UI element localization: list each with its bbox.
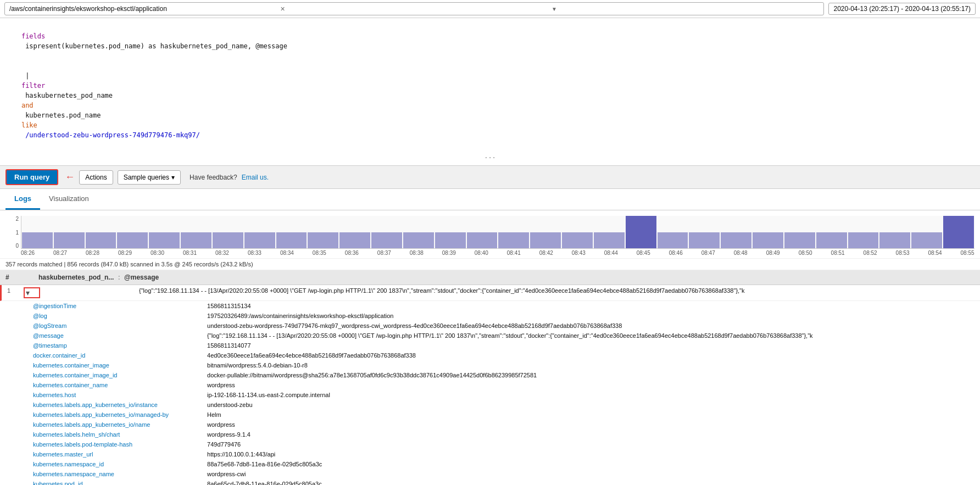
detail-value: 749d779476	[174, 439, 980, 449]
close-log-group-icon[interactable]: ×	[281, 4, 549, 13]
detail-value: understood-zebu	[174, 400, 980, 410]
detail-value: 8a6e65cd-7db8-11ea-816e-029d5c805a3c	[174, 479, 980, 485]
table-row[interactable]: 1 ▾ {"log":"192.168.11.134 - - [13/Apr/2…	[0, 285, 980, 301]
detail-row[interactable]: kubernetes.labels.app_kubernetes_io/inst…	[0, 400, 980, 410]
tab-visualization[interactable]: Visualization	[40, 189, 98, 210]
chart-x-label: 08:32	[215, 250, 229, 256]
detail-key: kubernetes.labels.pod-template-hash	[0, 439, 174, 449]
detail-value: understood-zebu-wordpress-749d779476-mkq…	[174, 321, 980, 331]
chart-bar	[626, 216, 656, 248]
chart-bar	[658, 232, 688, 249]
detail-key: @message	[0, 331, 174, 341]
detail-row[interactable]: @log197520326489:/aws/containerinsights/…	[0, 311, 980, 321]
chart-bar	[784, 232, 815, 249]
sample-queries-chevron-icon: ▾	[171, 174, 175, 181]
chart-x-label: 08:55	[961, 250, 975, 256]
detail-key: kubernetes.pod_id	[0, 479, 174, 485]
detail-row[interactable]: kubernetes.container_image_iddocker-pull…	[0, 370, 980, 380]
chart-bar	[562, 232, 593, 249]
chart-x-label: 08:27	[53, 250, 67, 256]
chart-bar	[276, 232, 307, 249]
more-rows-indicator[interactable]: ...	[5, 150, 975, 162]
chart-bar	[721, 232, 751, 249]
log-group-selector[interactable]: /aws/containerinsights/eksworkshop-eksct…	[4, 2, 824, 15]
keyword-like: like	[21, 121, 37, 129]
detail-key: kubernetes.host	[0, 390, 174, 400]
chart-x-label: 08:51	[831, 250, 845, 256]
chart-bar	[244, 232, 275, 249]
detail-row[interactable]: @timestamp1586811314077	[0, 341, 980, 350]
detail-row[interactable]: kubernetes.namespace_namewordpress-cwi	[0, 469, 980, 479]
query-line-2: | filter haskubernetes_pod_name and kube…	[5, 61, 975, 150]
detail-key: kubernetes.master_url	[0, 449, 174, 459]
detail-key: kubernetes.container_name	[0, 380, 174, 390]
detail-row[interactable]: kubernetes.hostip-192-168-11-134.us-east…	[0, 390, 980, 400]
query-line-1: fields ispresent(kubernetes.pod_name) as…	[5, 21, 975, 61]
chart-bar	[943, 216, 974, 248]
keyword-fields: fields	[21, 32, 45, 40]
chart-bar	[530, 232, 561, 249]
detail-row[interactable]: kubernetes.namespace_id88a75e68-7db8-11e…	[0, 459, 980, 469]
chart-x-label: 08:35	[313, 250, 326, 256]
col-hash-header: #	[5, 274, 22, 281]
detail-row[interactable]: kubernetes.container_namewordpress	[0, 380, 980, 390]
chart-bar	[339, 232, 370, 249]
detail-row[interactable]: kubernetes.labels.pod-template-hash749d7…	[0, 439, 980, 449]
chart-x-label: 08:53	[896, 250, 910, 256]
date-range-selector[interactable]: 2020-04-13 (20:25:17) - 2020-04-13 (20:5…	[828, 3, 976, 15]
detail-row[interactable]: @message{"log":"192.168.11.134 - - [13/A…	[0, 331, 980, 341]
chart-x-label: 08:49	[766, 250, 780, 256]
actions-button[interactable]: Actions	[79, 170, 113, 185]
tab-logs[interactable]: Logs	[5, 189, 40, 210]
detail-value: https://10.100.0.1:443/api	[174, 449, 980, 459]
detail-row[interactable]: docker.container_id4ed0ce360eece1fa6ea69…	[0, 350, 980, 360]
chart-x-label: 08:29	[118, 250, 132, 256]
chart-x-label: 08:33	[248, 250, 261, 256]
chart-bar	[117, 232, 148, 249]
detail-row[interactable]: kubernetes.labels.app_kubernetes_io/name…	[0, 420, 980, 430]
chart-x-label: 08:30	[151, 250, 164, 256]
detail-key: @logStream	[0, 321, 174, 331]
feedback-text: Have feedback?	[190, 174, 237, 181]
run-query-button[interactable]: Run query	[5, 169, 58, 185]
chart-x-label: 08:26	[21, 250, 35, 256]
chart-bar	[911, 232, 942, 249]
sample-queries-button[interactable]: Sample queries ▾	[118, 170, 181, 185]
detail-value: 4ed0ce360eece1fa6ea694ec4ebce488ab52168d…	[174, 350, 980, 360]
stats-bar: 357 records matched | 856 records (847.0…	[0, 259, 980, 270]
detail-key: kubernetes.labels.app_kubernetes_io/mana…	[0, 410, 174, 420]
email-us-link[interactable]: Email us.	[242, 174, 269, 181]
chart-x-label: 08:41	[507, 250, 521, 256]
keyword-filter: filter	[21, 82, 45, 90]
detail-row[interactable]: @logStreamunderstood-zebu-wordpress-749d…	[0, 321, 980, 331]
chart-bar	[54, 232, 85, 249]
detail-value: ip-192-168-11-134.us-east-2.compute.inte…	[174, 390, 980, 400]
detail-key: @log	[0, 311, 174, 321]
chart-bar	[181, 232, 211, 249]
query-editor[interactable]: fields ispresent(kubernetes.pod_name) as…	[0, 18, 980, 166]
detail-row[interactable]: kubernetes.labels.helm_sh/chartwordpress…	[0, 430, 980, 439]
log-group-dropdown-icon[interactable]: ▼	[552, 6, 820, 12]
detail-key: @ingestionTime	[0, 301, 174, 311]
chart-bars	[21, 216, 975, 249]
detail-row[interactable]: kubernetes.pod_id8a6e65cd-7db8-11ea-816e…	[0, 479, 980, 485]
detail-row[interactable]: kubernetes.container_imagebitnami/wordpr…	[0, 360, 980, 370]
chart-x-label: 08:37	[377, 250, 391, 256]
detail-value: {"log":"192.168.11.134 - - [13/Apr/2020:…	[174, 331, 980, 341]
chart-bar	[594, 232, 625, 249]
results-table: 1 ▾ {"log":"192.168.11.134 - - [13/Apr/2…	[0, 285, 980, 485]
detail-row[interactable]: kubernetes.master_urlhttps://10.100.0.1:…	[0, 449, 980, 459]
chart-x-label: 08:38	[410, 250, 424, 256]
chart-bar	[149, 232, 180, 249]
detail-key: kubernetes.namespace_id	[0, 459, 174, 469]
chart-x-label: 08:36	[345, 250, 359, 256]
chart-bar	[86, 232, 116, 249]
chart-x-label: 08:50	[799, 250, 812, 256]
detail-row[interactable]: kubernetes.labels.app_kubernetes_io/mana…	[0, 410, 980, 420]
detail-row[interactable]: @ingestionTime1586811315134	[0, 301, 980, 311]
log-group-text: /aws/containerinsights/eksworkshop-eksct…	[9, 5, 277, 13]
row-expand-icon[interactable]: ▾	[24, 287, 40, 298]
detail-key: kubernetes.labels.app_kubernetes_io/inst…	[0, 400, 174, 410]
table-header: # haskubernetes_pod_n... : @message	[0, 270, 980, 285]
regex-value: /understood-zebu-wordpress-749d779476-mk…	[21, 131, 200, 139]
